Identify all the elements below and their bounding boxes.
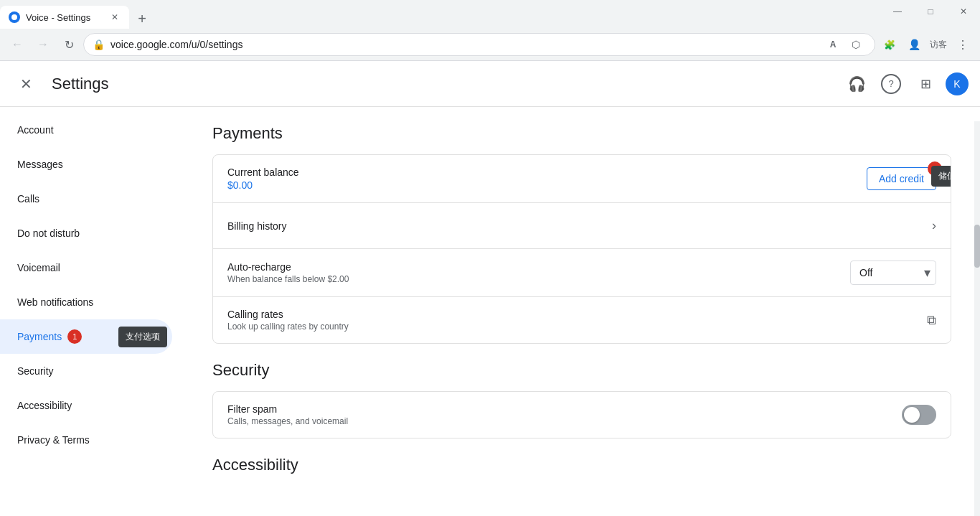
calling-rates-row[interactable]: Calling rates Look up calling rates by c…	[213, 297, 951, 343]
sidebar-item-label: Payments	[17, 331, 62, 342]
billing-history-chevron: ›	[932, 218, 936, 233]
scrollbar-track	[974, 121, 980, 516]
main-content: Payments Current balance $0.00 Add credi…	[184, 107, 980, 516]
forward-button[interactable]: →	[32, 33, 55, 56]
filter-spam-label: Filter spam	[227, 403, 902, 415]
guest-label[interactable]: 访客	[927, 33, 950, 56]
lock-icon: 🔒	[93, 39, 105, 50]
payments-badge: 1	[67, 329, 82, 344]
tooltip-payments: 支付选项	[118, 327, 167, 347]
url-text: voice.google.com/u/0/settings	[110, 39, 817, 50]
chevron-right-icon: ›	[932, 218, 936, 233]
sidebar-item-label: Privacy & Terms	[17, 434, 90, 446]
new-tab-button[interactable]: +	[132, 9, 152, 29]
sidebar-item-do-not-disturb[interactable]: Do not disturb	[0, 216, 172, 250]
sidebar-item-label: Security	[17, 365, 54, 377]
accessibility-section: Accessibility	[212, 456, 951, 474]
auto-recharge-label: Auto-recharge	[227, 261, 850, 273]
more-menu-button[interactable]: ⋮	[951, 33, 974, 56]
add-credit-action: Add credit 2 储值金额	[867, 167, 936, 190]
auto-recharge-info: Auto-recharge When balance falls below $…	[227, 261, 850, 284]
sidebar-item-messages[interactable]: Messages	[0, 147, 172, 182]
extensions-button[interactable]: 🧩	[878, 33, 901, 56]
settings-title: Settings	[52, 75, 109, 93]
sidebar-item-privacy-terms[interactable]: Privacy & Terms	[0, 423, 172, 457]
add-credit-badge: 2	[928, 161, 942, 176]
billing-history-row[interactable]: Billing history ›	[213, 203, 951, 249]
current-balance-info: Current balance $0.00	[227, 166, 867, 191]
billing-history-label: Billing history	[227, 220, 932, 232]
sidebar-item-account[interactable]: Account	[0, 113, 172, 147]
url-bar[interactable]: 🔒 voice.google.com/u/0/settings A ⬡	[83, 33, 875, 56]
close-window-button[interactable]: ✕	[947, 0, 980, 23]
payments-section: Payments Current balance $0.00 Add credi…	[212, 124, 951, 344]
filter-spam-sub: Calls, messages, and voicemail	[227, 416, 902, 426]
filter-spam-info: Filter spam Calls, messages, and voicema…	[227, 403, 902, 426]
maximize-button[interactable]: □	[914, 0, 947, 23]
external-link-icon: ⧉	[927, 313, 936, 328]
translate-icon[interactable]: A	[823, 34, 843, 55]
security-card: Filter spam Calls, messages, and voicema…	[212, 391, 951, 438]
sidebar: Account Messages Calls Do not disturb Vo…	[0, 107, 184, 516]
filter-spam-toggle[interactable]	[902, 405, 936, 425]
sidebar-item-label: Accessibility	[17, 400, 72, 411]
headset-icon-button[interactable]: 🎧	[842, 70, 871, 98]
sidebar-item-label: Web notifications	[17, 296, 93, 308]
account-button[interactable]: 👤	[903, 33, 925, 56]
back-button[interactable]: ←	[6, 33, 29, 56]
sidebar-item-web-notifications[interactable]: Web notifications	[0, 285, 172, 319]
app-body: Account Messages Calls Do not disturb Vo…	[0, 107, 980, 516]
auto-recharge-select[interactable]: Off On	[850, 261, 936, 285]
close-tab-button[interactable]: ✕	[109, 11, 121, 23]
calling-rates-sub: Look up calling rates by country	[227, 322, 927, 332]
security-section: Security Filter spam Calls, messages, an…	[212, 361, 951, 438]
payments-section-title: Payments	[212, 124, 951, 143]
auto-recharge-row: Auto-recharge When balance falls below $…	[213, 249, 951, 297]
tab-title: Voice - Settings	[26, 12, 103, 23]
minimize-button[interactable]: —	[881, 0, 914, 23]
help-icon-button[interactable]: ?	[881, 74, 901, 94]
sidebar-item-payments[interactable]: Payments 1 支付选项	[0, 319, 172, 354]
scrollbar-thumb[interactable]	[974, 225, 980, 268]
filter-spam-row: Filter spam Calls, messages, and voicema…	[213, 392, 951, 438]
calling-rates-info: Calling rates Look up calling rates by c…	[227, 309, 927, 332]
current-balance-row: Current balance $0.00 Add credit 2 储值金额	[213, 155, 951, 203]
current-balance-label: Current balance	[227, 166, 867, 178]
sidebar-item-calls[interactable]: Calls	[0, 182, 172, 216]
toggle-thumb	[904, 407, 920, 423]
billing-history-info: Billing history	[227, 220, 932, 232]
filter-spam-toggle-wrapper	[902, 405, 936, 425]
tab-favicon	[9, 11, 20, 23]
active-tab[interactable]: Voice - Settings ✕	[0, 6, 129, 29]
auto-recharge-sub: When balance falls below $2.00	[227, 274, 850, 284]
sidebar-item-accessibility[interactable]: Accessibility	[0, 388, 172, 423]
sidebar-item-label: Calls	[17, 193, 39, 205]
sidebar-item-security[interactable]: Security	[0, 354, 172, 388]
auto-recharge-select-wrapper: Off On ▾	[850, 261, 936, 285]
header-actions: 🎧 ? ⊞ K	[842, 70, 969, 98]
apps-icon-button[interactable]: ⊞	[911, 70, 940, 98]
calling-rates-external: ⧉	[927, 313, 936, 328]
sidebar-item-voicemail[interactable]: Voicemail	[0, 250, 172, 285]
add-credit-button[interactable]: Add credit	[867, 167, 936, 190]
security-section-title: Security	[212, 361, 951, 380]
sidebar-item-label: Voicemail	[17, 262, 60, 273]
app-header: ✕ Settings 🎧 ? ⊞ K	[0, 61, 980, 107]
reload-button[interactable]: ↻	[57, 33, 80, 56]
profile-avatar[interactable]: K	[946, 72, 969, 95]
accessibility-section-title: Accessibility	[212, 456, 951, 474]
sidebar-item-label: Messages	[17, 159, 63, 170]
payments-card: Current balance $0.00 Add credit 2 储值金额	[212, 154, 951, 344]
sidebar-item-label: Account	[17, 124, 54, 136]
sidebar-item-label: Do not disturb	[17, 227, 80, 239]
calling-rates-label: Calling rates	[227, 309, 927, 320]
close-settings-button[interactable]: ✕	[11, 70, 40, 98]
auto-recharge-select-container: Off On ▾	[850, 261, 936, 285]
screen-cast-icon[interactable]: ⬡	[846, 34, 866, 55]
current-balance-value: $0.00	[227, 179, 867, 191]
